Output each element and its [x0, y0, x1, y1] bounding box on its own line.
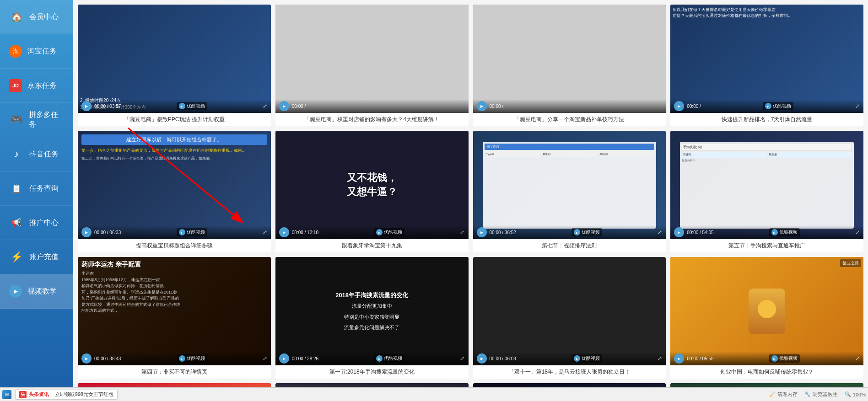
taskbar-right: 🧹 清理内存 🔧 浏览器医生 🔍 100% [769, 391, 866, 398]
play-button-b[interactable]: ▶ [279, 101, 289, 111]
video-time-d: 00:00 / [687, 104, 701, 109]
video-card-7[interactable]: ✦ <Hope 数字孪生工场 当双11走入第十年 "创造者"张勇首次授搜：购物狂… [473, 257, 666, 379]
sidebar-item-douyin[interactable]: ♪ 抖音任务 [0, 137, 73, 171]
sidebar-item-pinduoduo[interactable]: 🎮 拼多多任务 [0, 103, 73, 137]
play-3[interactable]: ▶ [477, 227, 487, 237]
start-button[interactable]: ⊞ [2, 390, 11, 399]
yki-5: ▶ [179, 355, 185, 362]
expand-icon[interactable]: ⤢ [263, 103, 267, 109]
video-title-6: 第一节:2018年手淘搜索流量的变化 [275, 365, 469, 379]
video-title-1: 提高权重宝贝标题组合详细步骤 [78, 239, 271, 252]
expand-icon-d[interactable]: ⤢ [855, 103, 860, 109]
video-overlay-top-d: ▶ 00:00 / ▶ 优酷视频 ⤢ [670, 99, 863, 113]
video-title-3: 第七节：视频排序法则 [473, 239, 666, 252]
ykt-8: 优酷视频 [779, 355, 798, 362]
video-title-5: 第四节：非买不可的详情页 [78, 365, 271, 379]
play-7[interactable]: ▶ [477, 353, 487, 364]
clear-memory-label: 清理内存 [777, 391, 798, 398]
sidebar-label-recharge: 账户充值 [29, 252, 59, 262]
exp-6[interactable]: ⤢ [460, 355, 464, 362]
play-4[interactable]: ▶ [674, 227, 684, 237]
play-button[interactable]: ▶ [81, 101, 92, 111]
exp-1[interactable]: ⤢ [263, 229, 267, 235]
zoom-level: 🔍 100% [845, 391, 866, 397]
video-card-1[interactable]: 建立好词库以后，就可以开始组合标题了。 第一步：结合之前重组的产品的卖点，属性与… [78, 131, 271, 252]
vt-1: 00:00 / 06:33 [94, 230, 121, 235]
yki-4: ▶ [771, 229, 778, 235]
video-card-top-d[interactable]: 所以我们在做？天抢排名时最好是使用当天原价做零基差 前提？天最后的宝贝通过对该价… [670, 5, 863, 126]
video-title-4: 第五节：手淘搜索与直通车推广 [670, 239, 863, 252]
sidebar-label-member: 会员中心 [29, 12, 59, 22]
play-button-d[interactable]: ▶ [674, 101, 684, 111]
browser-doctor-btn[interactable]: 🔧 浏览器医生 [804, 391, 838, 398]
video-overlay-3: ▶ 00:00 / 36:52 ▶ 优酷视频 ⤢ [473, 225, 666, 239]
vt-2: 00:00 / 12:10 [292, 230, 318, 235]
video-overlay-5: ▶ 00:00 / 38:43 ▶ 优酷视频 ⤢ [78, 352, 271, 365]
video-title-2: 跟着象牙学淘宝第十九集 [275, 239, 469, 252]
yki-6: ▶ [376, 355, 383, 362]
ykt-7: 优酷视频 [582, 355, 600, 362]
sidebar-item-promote[interactable]: 📢 推广中心 [0, 206, 73, 240]
yk-4: ▶ 优酷视频 [769, 228, 800, 236]
jd-icon: JD [9, 79, 22, 92]
video-card-top-a[interactable]: 2. 投放时段20~24点 3. 点击量100个，共计300个左右 ▶ 00:0… [78, 5, 271, 126]
play-2[interactable]: ▶ [279, 227, 289, 237]
play-button-c[interactable]: ▶ [477, 101, 487, 111]
video-card-3[interactable]: 淘宝直通 产品词 属性词 关联词 ▶ 00 [473, 131, 666, 252]
exp-2[interactable]: ⤢ [460, 229, 464, 235]
vt-7: 00:00 / 06:03 [490, 356, 516, 361]
video-card-2[interactable]: 又不花钱，又想牛逼？ ▶ 00:00 / 12:10 ▶ 优酷视频 ⤢ [275, 131, 469, 252]
vt-8: 00:00 / 05:58 [687, 356, 713, 361]
video-row-2: 药师李运杰 亲手配置 李运杰 1985年5月到1998年12月，李运杰在历一家 … [78, 257, 863, 383]
sidebar-item-taobao[interactable]: 淘 淘宝任务 [0, 34, 73, 69]
play-6[interactable]: ▶ [279, 353, 289, 364]
exp-3[interactable]: ⤢ [658, 229, 662, 235]
vt-4: 00:00 / 54:05 [687, 230, 713, 235]
play-5[interactable]: ▶ [81, 353, 92, 364]
ykt-4: 优酷视频 [779, 229, 798, 235]
video-grid-container: 2. 投放时段20~24点 3. 点击量100个，共计300个左右 ▶ 00:0… [73, 0, 868, 401]
ykt-5: 优酷视频 [187, 355, 205, 362]
video-overlay-top-b: ▶ 00:00 / [275, 99, 469, 113]
video-overlay-1: ▶ 00:00 / 06:33 ▶ 优酷视频 ⤢ [78, 225, 271, 239]
video-card-4[interactable]: 手淘搜索分析 关键词 展现量 数据分析中... ▶ [670, 131, 863, 252]
video-thumb-1: 建立好词库以后，就可以开始组合标题了。 第一步：结合之前重组的产品的卖点，属性与… [78, 131, 271, 239]
exp-4[interactable]: ⤢ [855, 229, 860, 235]
youku-text: 优酷视频 [187, 103, 205, 109]
vcl-8: ▶ 00:00 / 05:58 [674, 353, 713, 364]
news-icon: 头 [19, 391, 27, 398]
video-card-5[interactable]: 药师李运杰 亲手配置 李运杰 1985年5月到1998年12月，李运杰在历一家 … [78, 257, 271, 379]
vt-6: 00:00 / 38:26 [292, 356, 318, 361]
youku-badge: ▶ 优酷视频 [177, 102, 207, 110]
clear-memory-btn[interactable]: 🧹 清理内存 [769, 391, 798, 398]
video-thumb-2: 又不花钱，又想牛逼？ ▶ 00:00 / 12:10 ▶ 优酷视频 ⤢ [275, 131, 469, 239]
tasks-icon: 📋 [9, 181, 24, 196]
sidebar-label-video: 视频教学 [27, 287, 57, 296]
taskbar-news[interactable]: 头 头条资讯 | 立即领取998元女王节红包 [15, 390, 118, 400]
exp-7[interactable]: ⤢ [658, 355, 662, 362]
video-card-top-c[interactable]: ▶ 00:00 / 「豌豆电商」分享一个淘宝新品补单技巧方法 [473, 5, 666, 126]
sidebar-item-video[interactable]: ▶ 视频教学 [0, 274, 73, 309]
video-controls-left: ▶ 00:00 / 03:57 [81, 101, 121, 111]
play-8[interactable]: ▶ [674, 353, 684, 364]
video-card-8[interactable]: 创业之路 ▶ 00:00 / 05:58 [670, 257, 863, 379]
video-title-top-b: 「豌豆电商」权重对店铺的影响有多大？4大维度讲解！ [275, 113, 469, 126]
video-card-top-b[interactable]: ▶ 00:00 / 「豌豆电商」权重对店铺的影响有多大？4大维度讲解！ [275, 5, 469, 126]
play-1[interactable]: ▶ [81, 227, 92, 237]
vcl-2: ▶ 00:00 / 12:10 [279, 227, 318, 237]
video-overlay-8: ▶ 00:00 / 05:58 ▶ 优酷视频 ⤢ [670, 352, 863, 365]
video-title-7: 「双十一」第18年，是马云接班人张勇的独立日！ [473, 365, 666, 379]
exp-8[interactable]: ⤢ [855, 355, 860, 362]
youku-text-d: 优酷视频 [773, 103, 791, 109]
video-card-6[interactable]: 2018年手淘搜索流量的变化 流量分配更加集中特别是中小卖家感觉明显流量多元化问… [275, 257, 469, 379]
video-thumb-3: 淘宝直通 产品词 属性词 关联词 ▶ 00 [473, 131, 666, 239]
exp-5[interactable]: ⤢ [263, 355, 267, 362]
sidebar-item-tasks[interactable]: 📋 任务查询 [0, 171, 73, 206]
vcl-5: ▶ 00:00 / 38:43 [81, 353, 121, 364]
sidebar-item-recharge[interactable]: ⚡ 账户充值 [0, 240, 73, 274]
recharge-icon: ⚡ [9, 250, 24, 264]
sidebar-item-member[interactable]: 🏠 会员中心 [0, 0, 73, 34]
yk-8: ▶ 优酷视频 [769, 354, 800, 363]
sidebar-item-jd[interactable]: JD 京东任务 [0, 69, 73, 103]
yk-7: ▶ 优酷视频 [571, 354, 602, 363]
